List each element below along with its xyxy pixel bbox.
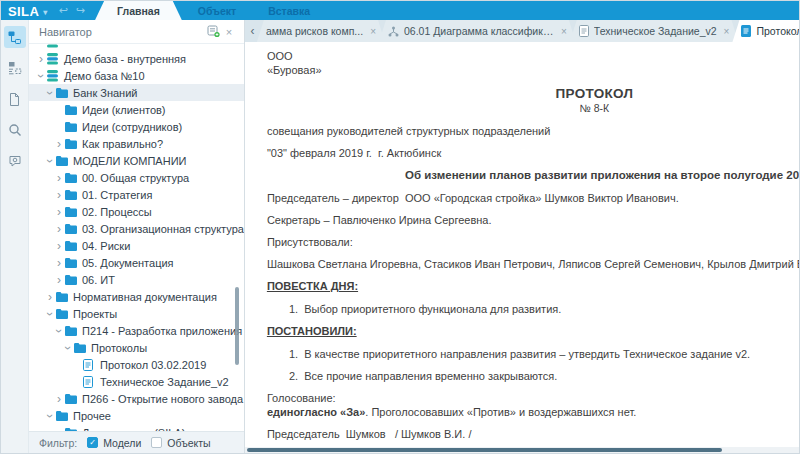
tree-item[interactable]: МОДЕЛИ КОМПАНИИ [29,152,244,169]
chevron-icon[interactable] [53,173,65,183]
undo-button[interactable]: ↩ [55,1,72,20]
doc-paragraph: Голосование: [267,392,799,405]
document-icon[interactable] [4,88,26,110]
redo-button[interactable]: ↪ [72,1,89,20]
chevron-icon[interactable] [45,308,55,320]
app-logo[interactable]: SILA ▾ [1,1,55,20]
close-icon[interactable] [561,26,567,37]
models-icon[interactable] [4,57,26,79]
close-navigator-icon[interactable] [222,26,236,38]
chevron-icon[interactable] [54,325,64,337]
document-page[interactable]: ООО«Буровая»ПРОТОКОЛ№ 8-Ксовещания руков… [245,42,799,453]
tree-item[interactable]: Прочее [29,407,244,424]
tree-item[interactable]: 06. ИТ [29,271,244,288]
tree-item[interactable]: Проекты [29,305,244,322]
navigator-panel: Навигатор Демо база - внутренняя Демо ба… [29,20,245,453]
close-icon[interactable] [724,26,730,37]
navigator-icon[interactable] [4,26,26,48]
database-icon [47,53,62,65]
document-tab-bar: амма рисков комп... 06.01 Диаграмма клас… [245,20,799,42]
doc-number: № 8-К [267,102,799,115]
tree-item[interactable]: Банк Знаний [29,84,244,101]
folder-icon [65,173,80,183]
horizontal-scrollbar[interactable] [247,448,722,452]
tree-item[interactable]: 03. Организационная структура [29,220,244,237]
document-tab[interactable]: амма рисков комп... [257,20,385,42]
chevron-icon[interactable] [45,410,55,422]
ribbon-tab[interactable]: Главная [95,1,182,20]
chevron-icon[interactable] [53,394,65,404]
chevron-icon[interactable] [53,224,65,234]
doc-paragraph: Шашкова Светлана Игоревна, Стасиков Иван… [267,258,799,271]
chevron-icon[interactable] [63,342,73,354]
tree-item[interactable]: Протоколы [29,339,244,356]
add-database-icon[interactable] [206,24,222,40]
document-tab[interactable]: Протокол 03.02.2019 [732,20,799,42]
document-icon [83,359,98,371]
undo-icon: ↩ [59,4,68,17]
tree-item[interactable]: Демо база - внутренняя [29,50,244,67]
close-icon[interactable] [370,26,376,37]
chevron-icon[interactable] [53,207,65,217]
chevron-icon[interactable] [53,275,65,285]
chevron-icon[interactable] [35,54,47,64]
filter-option[interactable]: Объекты [151,437,210,449]
tree-item[interactable]: Техническое Задание_v2 [29,373,244,390]
content-area: амма рисков комп... 06.01 Диаграмма клас… [245,20,799,453]
filter-checkbox[interactable] [151,437,162,448]
chevron-icon[interactable] [53,241,65,251]
tree-item[interactable]: Идеи (сотрудников) [29,118,244,135]
tree-item[interactable]: 04. Риски [29,237,244,254]
document-icon [83,376,98,388]
chevron-icon[interactable] [45,155,55,167]
section-heading: ПОВЕСТКА ДНЯ: [267,280,799,293]
folder-icon [65,122,80,132]
folder-icon [65,394,80,404]
chevron-icon[interactable] [44,292,56,302]
tree-item[interactable]: П266 - Открытие нового завода [29,390,244,407]
tree-item[interactable]: Нормативная документация [29,288,244,305]
chevron-icon[interactable] [36,70,46,82]
folder-icon [65,207,80,217]
folder-icon [65,105,80,115]
tree-item[interactable]: Идеи (клиентов) [29,101,244,118]
filter-checkbox[interactable] [87,437,98,448]
list-item: 2. Все прочие направления временно закры… [267,370,799,383]
tree-item[interactable]: 00. Общая структура [29,169,244,186]
ribbon-tab[interactable]: Объект [182,1,252,20]
doc-title: ПРОТОКОЛ [267,87,799,100]
chevron-down-icon: ▾ [43,8,47,17]
doc-paragraph: совещания руководителей структурных подр… [267,125,799,138]
folder-icon [56,411,71,421]
chevron-icon[interactable] [53,258,65,268]
tree-item[interactable]: Демо база №10 [29,67,244,84]
doc-paragraph: Присутствовали: [267,236,799,249]
tree-item[interactable]: Как правильно? [29,135,244,152]
document-tab[interactable]: 06.01 Диаграмма классификац... [379,20,576,42]
tree-item[interactable]: 05. Документация [29,254,244,271]
database-icon [47,44,62,48]
redo-icon: ↪ [76,4,85,17]
ribbon-tab[interactable]: Вставка [252,1,326,20]
tree-item[interactable]: П214 - Разработка приложения [29,322,244,339]
list-item: 1. В качестве приоритетного направления … [267,348,799,361]
tree-item[interactable]: Протокол 03.02.2019 [29,356,244,373]
document-viewport: ООО«Буровая»ПРОТОКОЛ№ 8-Ксовещания руков… [245,42,799,453]
chevron-icon[interactable] [53,139,65,149]
tree-item[interactable]: 02. Процессы [29,203,244,220]
folder-icon [56,309,71,319]
chat-icon[interactable] [4,150,26,172]
chevron-icon[interactable] [53,190,65,200]
tabs-scroll-left-button[interactable] [245,20,260,42]
section-heading: ПОСТАНОВИЛИ: [267,325,799,338]
filter-option[interactable]: Модели [87,437,141,449]
tree-scrollbar[interactable] [235,287,239,365]
left-icon-strip [1,20,29,453]
tree-item[interactable]: 01. Стратегия [29,186,244,203]
company-line: ООО [267,50,799,63]
tree-item[interactable]: Демо-модели (SILA) [29,424,244,431]
document-tab[interactable]: Техническое Задание_v2 [570,20,739,42]
search-icon[interactable] [4,119,26,141]
chevron-icon[interactable] [45,87,55,99]
filter-bar: Фильтр: Модели Объекты [29,431,244,453]
